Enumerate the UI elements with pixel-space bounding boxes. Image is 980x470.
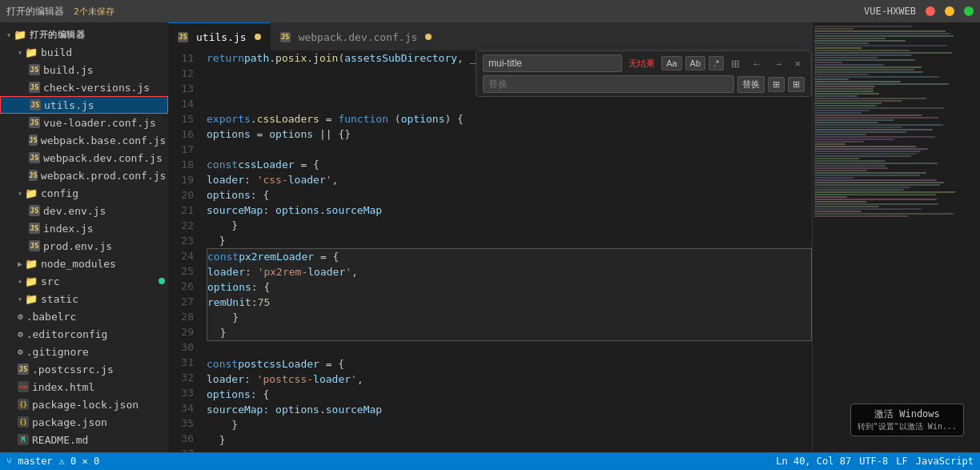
sidebar-item[interactable]: JSprod.env.js: [0, 237, 168, 255]
find-no-result: 无结果: [625, 56, 658, 71]
js-icon: JS: [29, 223, 40, 234]
minimap-line: [814, 203, 938, 205]
sidebar-item[interactable]: {}package.json: [0, 413, 168, 431]
right-panel: 激活 Windows 转到"设置"以激活 Win...: [812, 22, 980, 452]
encoding[interactable]: UTF-8: [859, 456, 888, 467]
language[interactable]: JavaScript: [916, 456, 974, 467]
minimap-line: [814, 66, 922, 68]
file-icon: ⚙: [18, 347, 23, 357]
sidebar-item[interactable]: <>index.html: [0, 378, 168, 396]
sidebar-item[interactable]: JS.postcssrc.js: [0, 360, 168, 378]
sidebar-item[interactable]: ⚙.gitignore: [0, 343, 168, 360]
unsaved-indicator: [255, 34, 261, 40]
code-line: const cssLoader = {: [207, 157, 812, 172]
replace-all-btn[interactable]: ⊞: [768, 77, 785, 92]
use-regex-btn[interactable]: .*: [709, 56, 724, 70]
replace-mode-btn[interactable]: ⊞: [727, 55, 744, 72]
sidebar-item[interactable]: ⚙.babelrc: [0, 307, 168, 325]
sidebar-item[interactable]: JSwebpack.base.conf.js: [0, 131, 168, 149]
find-close-btn[interactable]: ×: [790, 55, 805, 72]
sidebar-label: build: [41, 46, 72, 58]
minimap-line: [814, 141, 864, 143]
git-branch[interactable]: ⑂ master: [6, 456, 53, 467]
minimap-line: [814, 33, 950, 34]
match-case-btn[interactable]: Aa: [661, 56, 681, 70]
code-line: const postcssLoader = {: [207, 356, 812, 372]
tab-1[interactable]: JSwebpack.dev.conf.js: [271, 22, 442, 50]
sidebar-item[interactable]: JScheck-versions.js: [0, 78, 168, 96]
minimap-line: [814, 83, 949, 85]
sidebar-label: prod.env.js: [43, 240, 112, 252]
match-word-btn[interactable]: Ab: [685, 56, 705, 70]
sidebar-item[interactable]: ⚙.editorconfig: [0, 325, 168, 343]
sidebar-label: .babelrc: [26, 311, 77, 323]
sidebar-label: package-lock.json: [32, 399, 139, 411]
sidebar-item[interactable]: ▾📁src: [0, 272, 168, 290]
minimap-line: [814, 102, 882, 104]
replace-input[interactable]: [483, 75, 734, 93]
code-content[interactable]: return path.posix.join(assetsSubDirector…: [200, 50, 812, 452]
sidebar-label: utils.js: [44, 99, 94, 111]
error-count: ⚠ 0 ✕ 0: [59, 456, 100, 467]
minimap-line: [814, 191, 955, 193]
tab-0[interactable]: JSutils.js: [168, 22, 271, 50]
sidebar-label: webpack.dev.conf.js: [43, 152, 163, 164]
minimap-line: [814, 131, 906, 133]
tab-js-icon: JS: [280, 32, 291, 42]
replace-all-text-btn[interactable]: ⊞: [788, 77, 805, 92]
minimap-line: [814, 165, 886, 167]
minimap-line: [814, 211, 862, 212]
minimap-line: [814, 40, 906, 42]
sidebar-item[interactable]: JSutils.js: [0, 96, 168, 114]
sidebar-item[interactable]: JSindex.js: [0, 219, 168, 237]
max-window-btn[interactable]: [964, 6, 974, 16]
find-next-btn[interactable]: →: [769, 55, 787, 72]
minimap-line: [814, 93, 879, 94]
sidebar-item[interactable]: JSwebpack.prod.conf.js: [0, 167, 168, 184]
min-window-btn[interactable]: [945, 6, 954, 16]
title-bar-right: VUE-HXWEB: [864, 6, 974, 17]
minimap-line: [814, 187, 910, 188]
sidebar-item[interactable]: JSbuild.js: [0, 61, 168, 78]
replace-one-btn[interactable]: 替换: [737, 76, 765, 93]
minimap-line: [814, 167, 888, 169]
code-line: sourceMap: options.sourceMap: [207, 203, 812, 218]
find-prev-btn[interactable]: ←: [747, 55, 765, 72]
minimap-line: [814, 62, 842, 63]
sidebar-item[interactable]: JSwebpack.dev.conf.js: [0, 149, 168, 167]
sidebar-item[interactable]: ▶📁node_modules: [0, 255, 168, 272]
minimap-line: [814, 151, 921, 152]
line-ending[interactable]: LF: [896, 456, 907, 467]
dot-indicator: [159, 278, 165, 284]
sidebar-item[interactable]: ▾📁打开的编辑器: [0, 26, 168, 43]
line-number: 26: [168, 279, 194, 294]
find-widget: 无结果 Aa Ab .* ⊞ ← → × 替换 ⊞ ⊞: [476, 50, 812, 97]
minimap-line: [814, 148, 928, 150]
tab-label: webpack.dev.conf.js: [299, 31, 418, 43]
minimap-line: [814, 153, 917, 155]
sidebar-item[interactable]: ▾📁static: [0, 290, 168, 307]
json-icon: {}: [18, 399, 29, 410]
minimap-line: [814, 64, 884, 66]
find-input[interactable]: [483, 54, 622, 72]
minimap-line: [814, 47, 862, 49]
title-bar-left: 打开的编辑器 2个未保存: [6, 5, 114, 18]
sidebar-item[interactable]: ▾📁config: [0, 184, 168, 202]
sidebar-item[interactable]: {}package-lock.json: [0, 396, 168, 413]
js-icon: JS: [29, 170, 38, 181]
code-editor[interactable]: 1112131415161718192021222324252627282930…: [168, 50, 812, 452]
tab-js-icon: JS: [178, 32, 188, 42]
close-window-btn[interactable]: [926, 6, 935, 16]
minimap-line: [814, 81, 901, 82]
unsaved-indicator: [425, 34, 432, 40]
minimap-line: [814, 90, 874, 92]
minimap-line: [814, 129, 933, 131]
line-number: 22: [168, 218, 194, 233]
minimap-line: [814, 76, 939, 78]
sidebar-item[interactable]: JSvue-loader.conf.js: [0, 114, 168, 131]
sidebar-item[interactable]: ▾📁build: [0, 43, 168, 61]
sidebar-item[interactable]: MREADME.md: [0, 431, 168, 448]
sidebar-item[interactable]: JSdev.env.js: [0, 202, 168, 219]
code-line: }: [207, 325, 812, 341]
sidebar-label: check-versions.js: [43, 82, 150, 94]
